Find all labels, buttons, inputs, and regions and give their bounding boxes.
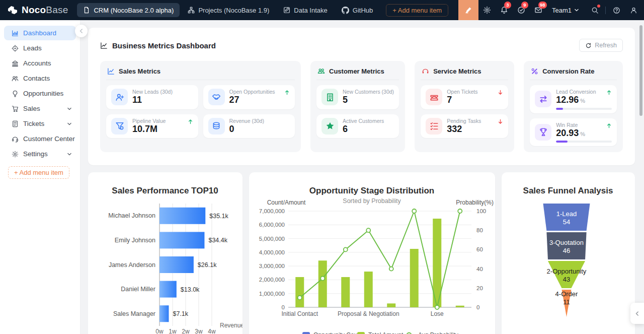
building-icon	[326, 93, 335, 102]
metric-label: Active Customers	[343, 118, 394, 124]
navbar-tab-projects-nocobase-1-9[interactable]: Projects (NocoBase 1.9)	[182, 3, 275, 17]
sidebar-collapse-button[interactable]	[75, 25, 88, 37]
sidebar-item-dashboard[interactable]: Dashboard	[4, 26, 76, 40]
svg-text:Lose: Lose	[431, 310, 444, 317]
svg-text:5,000,000: 5,000,000	[259, 236, 285, 242]
sidebar-item-tickets[interactable]: Tickets	[4, 116, 76, 131]
sales-funnel-chart-card: Sales Funnel Analysis1-Lead543-Quotation…	[502, 172, 635, 334]
svg-text:1w: 1w	[169, 328, 177, 334]
handshake-icon	[208, 89, 225, 105]
search-notification-dot	[597, 5, 600, 8]
contacts-icon	[12, 75, 19, 82]
trend-up-icon	[606, 122, 612, 131]
sidebar-add-menu-item-button[interactable]: + Add menu item	[8, 166, 69, 179]
building-icon	[321, 89, 338, 105]
chevron-left-icon	[78, 28, 84, 34]
nocobase-logo[interactable]: NocoBase	[0, 5, 77, 16]
metric-card-pipeline-value: Pipeline Value 10.7M	[106, 114, 198, 139]
star-icon	[326, 121, 335, 130]
svg-text:Sorted by Probability: Sorted by Probability	[343, 197, 401, 205]
navbar-add-menu-item-button[interactable]: + Add menu item	[386, 4, 448, 17]
navbar-add-menu-item-label: + Add menu item	[392, 7, 442, 14]
navbar-tab-data-intake[interactable]: Data Intake	[277, 3, 334, 17]
metric-label: Revenue (30d)	[229, 118, 290, 124]
metric-value: 7	[447, 95, 452, 106]
sidebar-item-leads[interactable]: Leads	[4, 41, 76, 55]
metric-value: 5	[343, 95, 348, 106]
metric-group-title: Conversion Rate	[542, 68, 594, 75]
vertical-scrollbar-thumb[interactable]	[639, 25, 642, 116]
notifications-button[interactable]: 3	[496, 0, 513, 20]
plugin-settings-button[interactable]	[478, 0, 496, 20]
chart-line-icon	[107, 68, 115, 75]
sidebar-item-contacts[interactable]: Contacts	[4, 71, 76, 86]
charts-row: Sales Performance TOP100w1w2w3w4wRevenue…	[88, 172, 635, 334]
customer-center-icon	[12, 136, 19, 143]
svg-text:Count/Amount: Count/Amount	[267, 199, 306, 206]
metric-card-text: Open Tickets 7	[447, 89, 503, 106]
metric-card-text: Lead Conversion 12.96%	[556, 89, 612, 110]
apartment-icon	[188, 7, 195, 14]
svg-text:7,000,000: 7,000,000	[259, 208, 285, 214]
svg-text:Opportunity Stage Distribution: Opportunity Stage Distribution	[309, 186, 434, 195]
search-button[interactable]	[586, 0, 603, 20]
checklist-icon	[426, 118, 442, 135]
user-menu-button[interactable]	[625, 0, 642, 20]
svg-text:1-Lead: 1-Lead	[556, 210, 577, 218]
sidebar: DashboardLeadsAccountsContactsOpportunit…	[0, 20, 80, 334]
messages-button[interactable]: 98	[530, 0, 547, 20]
nocobase-logo-icon	[7, 6, 18, 15]
top-navbar: NocoBase CRM (NocoBase 2.0 alpha)Project…	[0, 0, 644, 20]
metric-group-header: Service Metrics	[421, 66, 508, 80]
metric-card-open-tickets: Open Tickets 7	[421, 85, 508, 109]
svg-text:60: 60	[476, 247, 483, 253]
chevron-down-icon	[67, 152, 72, 157]
sidebar-item-settings[interactable]: Settings	[4, 147, 76, 161]
svg-text:46: 46	[563, 247, 570, 254]
team-switcher[interactable]: Team1	[547, 7, 586, 14]
svg-text:3-Quotation: 3-Quotation	[549, 239, 584, 246]
sidebar-item-opportunities[interactable]: Opportunities	[4, 86, 76, 101]
tasks-button[interactable]: 9	[513, 0, 530, 20]
drawer-toggle-button[interactable]	[630, 303, 644, 324]
metric-group-header: Sales Metrics	[106, 66, 295, 80]
metric-group-title: Customer Metrics	[329, 68, 384, 75]
sales-performance-chart: Sales Performance TOP100w1w2w3w4wRevenue…	[88, 172, 243, 334]
metric-value: 6	[343, 124, 348, 135]
refresh-button[interactable]: Refresh	[579, 39, 623, 52]
metric-card-active-customers: Active Customers 6	[316, 114, 399, 139]
main-content: Business Metrics Dashboard Refresh Sales…	[80, 20, 644, 334]
trend-down-icon	[497, 89, 504, 98]
opportunity-stage-chart-card: Opportunity Stage DistributionSorted by …	[249, 172, 495, 334]
svg-text:2,000,000: 2,000,000	[259, 277, 285, 283]
sidebar-item-sales[interactable]: Sales	[4, 101, 76, 116]
svg-text:Sales Performance TOP10: Sales Performance TOP10	[112, 186, 218, 195]
navbar-tab-crm-nocobase-2-0-alpha[interactable]: CRM (NocoBase 2.0 alpha)	[77, 3, 180, 17]
navbar-tab-github[interactable]: GitHub	[336, 3, 379, 17]
metric-card-text: Pending Tasks 332	[447, 118, 503, 135]
metric-group-cards: Open Tickets 7 Pending Tasks 332	[421, 85, 508, 138]
svg-text:Michael Johnson: Michael Johnson	[108, 212, 155, 219]
metric-group-title: Sales Metrics	[119, 68, 160, 75]
metric-group-conversion-rate: Conversion Rate Lead Conversion 12.96% W…	[524, 61, 623, 152]
chevron-down-icon	[67, 106, 72, 111]
sidebar-item-accounts[interactable]: Accounts	[4, 56, 76, 71]
accounts-icon	[12, 60, 19, 67]
funnel-icon	[115, 121, 124, 130]
svg-text:Probability(%): Probability(%)	[456, 199, 494, 206]
help-button[interactable]	[608, 0, 625, 20]
sidebar-item-label: Accounts	[23, 59, 51, 67]
sidebar-item-customer-center[interactable]: Customer Center	[4, 131, 76, 146]
svg-text:2w: 2w	[182, 328, 190, 334]
leads-icon	[12, 45, 19, 52]
team-icon	[317, 68, 325, 75]
chart-line-icon	[100, 42, 108, 49]
navbar-tab-label: CRM (NocoBase 2.0 alpha)	[94, 7, 174, 14]
sales-icon	[12, 105, 19, 112]
sidebar-item-label: Opportunities	[23, 90, 63, 97]
metric-label: Pending Tasks	[447, 118, 503, 124]
trend-up-icon	[187, 118, 194, 127]
ui-editor-button[interactable]	[458, 0, 478, 20]
svg-text:Sales Manager: Sales Manager	[113, 310, 155, 317]
ticket-icon	[426, 89, 442, 105]
